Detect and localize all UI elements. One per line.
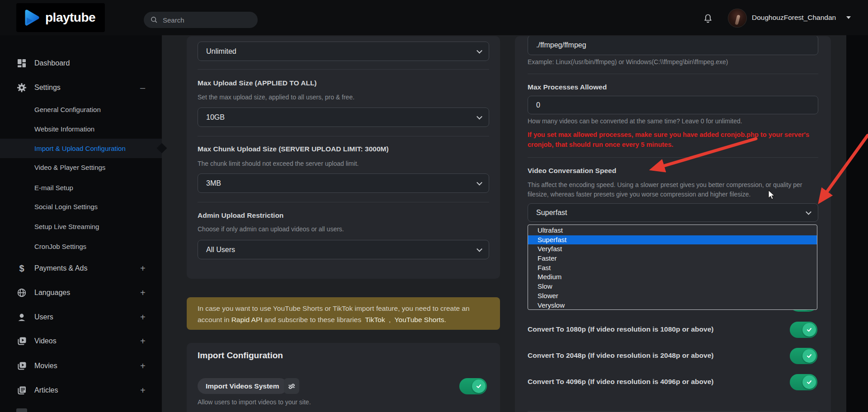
logo[interactable]: playtube <box>16 3 105 32</box>
convert-2048p-label: Convert To 2048p (If video resolution is… <box>528 351 713 360</box>
sidebar-item-social-login-settings[interactable]: Social Login Settings <box>34 201 98 213</box>
chevron-down-icon <box>476 47 482 53</box>
import-videos-desc: Allow users to import videos to your sit… <box>198 397 311 407</box>
sidebar-item-settings[interactable]: Settings <box>34 82 61 94</box>
sidebar-item-languages[interactable]: Languages <box>34 287 70 299</box>
toggle-knob <box>802 375 816 389</box>
cronjob-warning: If you set max allowed processes, make s… <box>528 130 822 150</box>
articles-expand-icon[interactable]: + <box>140 384 146 397</box>
max-upload-size-select[interactable]: 10GB <box>198 108 489 127</box>
gear-icon <box>16 82 27 93</box>
toggle-knob <box>472 379 486 393</box>
sidebar-item-general-configuration[interactable]: General Configuration <box>34 104 101 116</box>
max-upload-size-desc: Set the max upload size, applied to all … <box>198 92 354 102</box>
storage-limit-select[interactable]: Unlimited <box>198 42 489 61</box>
admin-upload-restriction-desc: Choose if only admin can upload videos o… <box>198 224 344 234</box>
sidebar-item-import-upload-configuration[interactable]: Import & Upload Configuration <box>0 139 162 158</box>
option-ultrafast[interactable]: Ultrafast <box>528 226 817 235</box>
users-expand-icon[interactable]: + <box>140 311 146 323</box>
tiktok-link[interactable]: TikTok <box>365 316 385 323</box>
ffmpeg-path-input[interactable]: ./ffmpeg/ffmpeg <box>528 36 818 55</box>
max-processes-input[interactable]: 0 <box>528 96 818 114</box>
notifications-button[interactable] <box>703 12 713 24</box>
conversion-speed-select[interactable]: Superfast <box>528 203 818 222</box>
sidebar-item-payments-ads[interactable]: Payments & Ads <box>34 262 87 274</box>
convert-4096p-label: Convert To 4096p (If video resolution is… <box>528 377 713 387</box>
rapid-api-notice: In case you want to use YouTube Shorts o… <box>187 297 500 330</box>
max-processes-label: Max Processes Allowed <box>528 82 607 92</box>
max-chunk-size-select[interactable]: 3MB <box>198 173 489 193</box>
ffmpeg-path-desc: Example: Linux(/usr/bin/ffmpeg) or Windo… <box>528 57 728 67</box>
divider <box>528 157 818 158</box>
max-processes-value: 0 <box>536 101 540 109</box>
option-medium[interactable]: Medium <box>528 272 817 282</box>
conversion-speed-dropdown-list: Ultrafast Superfast Veryfast Faster Fast… <box>528 225 817 310</box>
sliders-icon <box>287 381 297 391</box>
import-configuration-title: Import Configuration <box>198 350 283 361</box>
movie-icon <box>16 360 27 371</box>
sidebar-item-email-setup[interactable]: E-mail Setup <box>34 182 73 194</box>
chevron-down-icon <box>476 179 482 185</box>
avatar[interactable] <box>728 9 747 28</box>
svg-text:$: $ <box>19 263 24 273</box>
conversion-speed-desc: This affect the encoding speed. Using a … <box>528 180 821 199</box>
option-veryfast[interactable]: Veryfast <box>528 244 817 254</box>
sidebar-item-articles[interactable]: Articles <box>34 384 58 396</box>
convert-2048p-toggle[interactable] <box>790 348 817 364</box>
sidebar-item-video-player-settings[interactable]: Video & Player Settings <box>34 162 105 173</box>
divider <box>528 74 818 74</box>
search-input[interactable]: Search <box>144 12 258 28</box>
video-icon <box>16 336 27 346</box>
option-veryslow[interactable]: Veryslow <box>528 301 817 310</box>
dashboard-icon <box>16 58 27 69</box>
sidebar-item-setup-live-streaming[interactable]: Setup Live Streaming <box>34 221 99 233</box>
convert-4096p-toggle[interactable] <box>790 374 817 390</box>
search-icon <box>150 16 158 24</box>
conversion-speed-value: Superfast <box>536 209 567 217</box>
import-videos-system-toggle[interactable] <box>459 378 487 394</box>
user-menu-caret-icon[interactable] <box>846 16 851 19</box>
convert-1080p-toggle[interactable] <box>790 322 817 338</box>
languages-expand-icon[interactable]: + <box>140 286 146 299</box>
import-videos-system-button[interactable]: Import Videos System <box>198 378 288 394</box>
sidebar-item-movies[interactable]: Movies <box>34 360 57 372</box>
option-slow[interactable]: Slow <box>528 282 817 291</box>
settings-collapse-icon[interactable]: – <box>140 81 145 94</box>
max-upload-size-label: Max Upload Size (APPLIED TO ALL) <box>198 78 317 88</box>
storage-limit-value: Unlimited <box>206 47 236 56</box>
user-icon <box>16 312 27 323</box>
option-superfast-selected[interactable]: Superfast <box>528 235 817 245</box>
videos-expand-icon[interactable]: + <box>140 335 146 347</box>
ffmpeg-settings-card: ./ffmpeg/ffmpeg Example: Linux(/usr/bin/… <box>515 36 831 412</box>
rapid-api-link[interactable]: Rapid API <box>231 316 263 323</box>
youtube-shorts-link[interactable]: YouTube Shorts. <box>395 316 446 323</box>
movies-expand-icon[interactable]: + <box>140 360 146 372</box>
sidebar-item-website-information[interactable]: Website Information <box>34 123 94 135</box>
admin-upload-restriction-value: All Users <box>206 246 235 254</box>
divider <box>528 411 818 412</box>
max-chunk-size-label: Max Chunk Upload Size (SERVER UPLOAD LIM… <box>198 144 389 154</box>
username-menu[interactable]: DoughouzForest_Chandan <box>752 13 836 22</box>
upload-settings-card: Unlimited Max Upload Size (APPLIED TO AL… <box>187 36 500 279</box>
articles-icon <box>16 385 27 396</box>
payments-expand-icon[interactable]: + <box>140 262 146 275</box>
notice-separator: , <box>387 316 393 323</box>
divider <box>198 69 489 70</box>
sidebar-item-users[interactable]: Users <box>34 311 53 323</box>
import-options-button[interactable] <box>284 378 299 394</box>
max-chunk-size-desc: The chunk limit should not exceed the se… <box>198 159 359 169</box>
sidebar-item-videos[interactable]: Videos <box>34 335 57 347</box>
option-fast[interactable]: Fast <box>528 263 817 273</box>
option-faster[interactable]: Faster <box>528 254 817 263</box>
sidebar-item-dashboard[interactable]: Dashboard <box>34 57 70 69</box>
sidebar-item-partial-icon <box>16 408 27 412</box>
option-slower[interactable]: Slower <box>528 291 817 301</box>
ffmpeg-path-value: ./ffmpeg/ffmpeg <box>536 41 586 49</box>
divider <box>198 136 489 136</box>
sidebar-item-cronjob-settings[interactable]: CronJob Settings <box>34 241 86 253</box>
import-configuration-card: Import Configuration Import Videos Syste… <box>187 343 500 412</box>
admin-upload-restriction-label: Admin Upload Restriction <box>198 211 283 220</box>
conversion-speed-label: Video Conversation Speed <box>528 166 616 176</box>
admin-upload-restriction-select[interactable]: All Users <box>198 240 489 259</box>
brand-name: playtube <box>45 10 95 25</box>
